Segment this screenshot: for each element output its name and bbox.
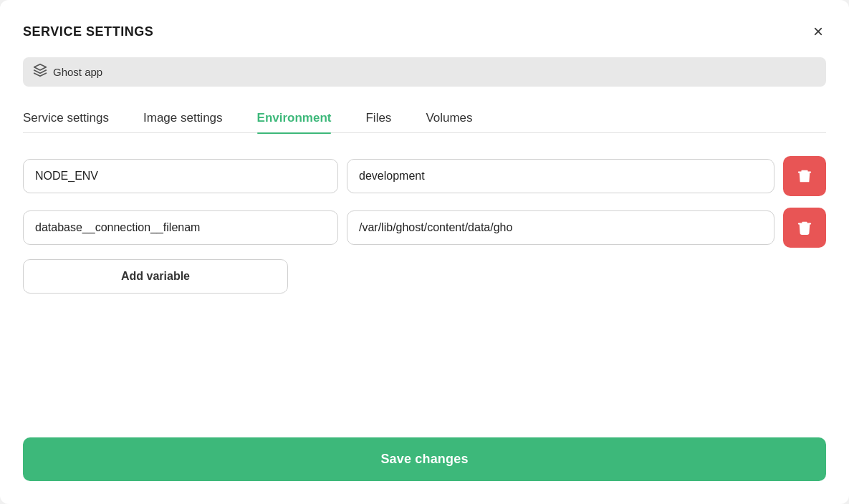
app-badge-label: Ghost app: [53, 66, 102, 78]
add-variable-button[interactable]: Add variable: [23, 259, 288, 294]
trash-icon-2: [797, 220, 812, 236]
delete-row-1-button[interactable]: [783, 156, 826, 196]
save-changes-button[interactable]: Save changes: [23, 437, 826, 481]
app-badge[interactable]: Ghost app: [23, 57, 826, 87]
trash-icon: [797, 168, 812, 184]
tab-service-settings[interactable]: Service settings: [23, 104, 109, 132]
env-row-2: [23, 208, 826, 248]
env-key-1[interactable]: [23, 159, 338, 193]
modal-footer: Save changes: [23, 437, 826, 481]
env-key-2[interactable]: [23, 210, 338, 245]
tabs-bar: Service settings Image settings Environm…: [23, 104, 826, 133]
tab-files[interactable]: Files: [365, 104, 391, 132]
tab-image-settings[interactable]: Image settings: [143, 104, 223, 132]
layers-icon: [33, 63, 47, 81]
delete-row-2-button[interactable]: [783, 208, 826, 248]
env-rows-container: Add variable: [23, 156, 826, 400]
close-button[interactable]: ×: [810, 20, 826, 43]
service-settings-modal: SERVICE SETTINGS × Ghost app Service set…: [0, 0, 849, 504]
modal-title: SERVICE SETTINGS: [23, 24, 153, 39]
env-value-1[interactable]: [347, 159, 774, 193]
tab-volumes[interactable]: Volumes: [426, 104, 472, 132]
modal-header: SERVICE SETTINGS ×: [23, 20, 826, 43]
tab-environment[interactable]: Environment: [257, 104, 332, 132]
env-row-1: [23, 156, 826, 196]
env-value-2[interactable]: [347, 210, 774, 245]
svg-marker-0: [34, 64, 47, 70]
